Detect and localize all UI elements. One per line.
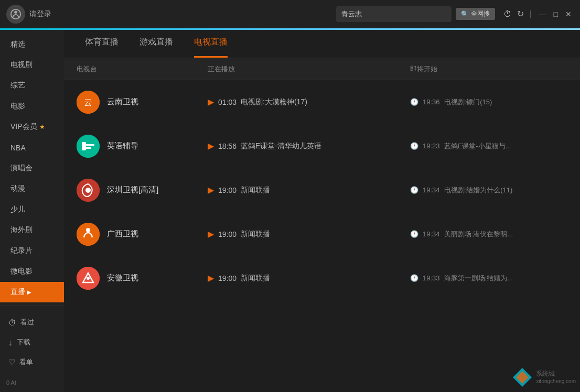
playing-time: 19:00 bbox=[218, 274, 237, 282]
svg-text:云: 云 bbox=[84, 98, 92, 107]
channel-upcoming: 🕐 19:36 电视剧:镖门(15) bbox=[410, 97, 567, 107]
search-button[interactable]: 🔍 全网搜 bbox=[456, 8, 495, 20]
table-row[interactable]: 英语辅导 ▶ 18:56 蓝鸽E课堂-清华幼儿英语 🕐 19:23 蓝鸽E课堂-… bbox=[64, 124, 580, 168]
main-layout: 精选 电视剧 综艺 电影 VIP会员 ★ NBA 演唱会 动漫 少儿 海外剧 bbox=[0, 30, 580, 392]
svg-rect-7 bbox=[85, 147, 91, 149]
svg-point-1 bbox=[14, 10, 17, 13]
playing-title: 新闻联播 bbox=[241, 186, 270, 195]
sidebar-item-label: 精选 bbox=[10, 40, 25, 49]
separator: | bbox=[529, 9, 531, 19]
playing-time: 19:00 bbox=[218, 186, 237, 194]
channel-name: 深圳卫视[高清] bbox=[107, 185, 158, 195]
channel-upcoming: 🕐 19:33 海豚第一剧场:结婚为... bbox=[410, 274, 567, 283]
channel-upcoming: 🕐 19:34 美丽剧场:潜伏在黎明... bbox=[410, 230, 567, 239]
channel-name: 安徽卫视 bbox=[107, 273, 138, 283]
channel-logo-anhui bbox=[77, 267, 100, 290]
download-icon: ↓ bbox=[8, 338, 13, 347]
sidebar-item-haiwaju[interactable]: 海外剧 bbox=[0, 220, 64, 241]
window-controls: — □ ✕ bbox=[537, 10, 574, 18]
sidebar-item-dongman[interactable]: 动漫 bbox=[0, 179, 64, 199]
svg-point-4 bbox=[77, 135, 100, 158]
tab-tv[interactable]: 电视直播 bbox=[194, 30, 228, 58]
search-input[interactable] bbox=[341, 10, 425, 18]
channel-info: 广西卫视 bbox=[77, 223, 208, 246]
sidebar-item-label: 微电影 bbox=[10, 267, 33, 276]
upcoming-title: 蓝鸽E课堂-小星猫与... bbox=[444, 141, 511, 151]
upcoming-time: 19:33 bbox=[423, 274, 440, 282]
minimize-button[interactable]: — bbox=[537, 10, 549, 18]
sidebar-item-nba[interactable]: NBA bbox=[0, 137, 64, 158]
arrow-icon: ▶ bbox=[27, 289, 31, 295]
tab-games[interactable]: 游戏直播 bbox=[139, 30, 173, 58]
sidebar-item-label: NBA bbox=[10, 144, 26, 152]
channel-name: 广西卫视 bbox=[107, 229, 138, 239]
channel-logo-shenzhen bbox=[77, 179, 100, 202]
app-logo bbox=[6, 5, 25, 24]
svg-point-10 bbox=[77, 223, 100, 246]
maximize-button[interactable]: □ bbox=[552, 10, 560, 18]
clock-icon: 🕐 bbox=[410, 142, 418, 150]
sidebar-item-shaor[interactable]: 少儿 bbox=[0, 199, 64, 220]
channel-info: 安徽卫视 bbox=[77, 267, 208, 290]
sidebar: 精选 电视剧 综艺 电影 VIP会员 ★ NBA 演唱会 动漫 少儿 海外剧 bbox=[0, 30, 64, 392]
channel-info: 深圳卫视[高清] bbox=[77, 179, 208, 202]
star-icon: ★ bbox=[39, 123, 45, 130]
clock-icon: 🕐 bbox=[410, 230, 418, 238]
sidebar-item-yanchanghui[interactable]: 演唱会 bbox=[0, 158, 64, 178]
tabs-bar: 体育直播 游戏直播 电视直播 bbox=[64, 30, 580, 58]
channel-name: 云南卫视 bbox=[107, 97, 138, 107]
watermark: 系统城 xitongcheng.com bbox=[512, 367, 576, 388]
watermark-diamond-icon bbox=[512, 367, 533, 388]
sidebar-item-jingxuan[interactable]: 精选 bbox=[0, 34, 64, 55]
table-row[interactable]: 安徽卫视 ▶ 19:00 新闻联播 🕐 19:33 海豚第一剧场:结婚为... bbox=[64, 256, 580, 300]
content-area: 体育直播 游戏直播 电视直播 电视台 正在播放 即将开始 bbox=[64, 30, 580, 392]
sidebar-bottom-label: 看单 bbox=[19, 357, 33, 367]
playing-title: 新闻联播 bbox=[241, 274, 270, 283]
search-bar bbox=[336, 6, 452, 22]
refresh-button[interactable]: ↻ bbox=[517, 9, 524, 19]
title-bar: 请登录 🔍 全网搜 ⏱ ↻ | — □ ✕ bbox=[0, 0, 580, 28]
sidebar-item-dianying[interactable]: 电影 bbox=[0, 96, 64, 116]
sidebar-item-label: 电影 bbox=[10, 102, 25, 111]
sidebar-bottom-label: 看过 bbox=[20, 318, 34, 327]
table-row[interactable]: 广西卫视 ▶ 19:00 新闻联播 🕐 19:34 美丽剧场:潜伏在黎明... bbox=[64, 212, 580, 256]
sidebar-divider bbox=[0, 306, 64, 306]
search-icon: 🔍 bbox=[461, 10, 469, 18]
title-actions: ⏱ ↻ | bbox=[503, 9, 531, 19]
sidebar-item-label: 少儿 bbox=[10, 205, 25, 214]
channel-playing: ▶ 18:56 蓝鸽E课堂-清华幼儿英语 bbox=[208, 141, 410, 151]
sidebar-item-zhibo[interactable]: 直播 ▶ bbox=[0, 282, 64, 302]
sidebar-item-jiludian[interactable]: 纪录片 bbox=[0, 241, 64, 261]
upcoming-time: 19:36 bbox=[423, 98, 440, 106]
close-button[interactable]: ✕ bbox=[563, 10, 574, 18]
play-icon: ▶ bbox=[208, 141, 214, 151]
svg-point-13 bbox=[87, 277, 90, 280]
table-row[interactable]: 云 云南卫视 ▶ 01:03 电视剧:大漠枪神(17) 🕐 19:36 电视剧:… bbox=[64, 80, 580, 124]
table-header: 电视台 正在播放 即将开始 bbox=[64, 58, 580, 80]
upcoming-time: 19:34 bbox=[423, 186, 440, 194]
channel-logo-yingyu bbox=[77, 135, 100, 158]
sidebar-bottom-kandan[interactable]: ♡ 看单 bbox=[0, 352, 64, 372]
tab-sports[interactable]: 体育直播 bbox=[85, 30, 119, 58]
sidebar-item-zongyi[interactable]: 综艺 bbox=[0, 75, 64, 96]
channel-playing: ▶ 19:00 新闻联播 bbox=[208, 229, 410, 239]
sidebar-item-weidianying[interactable]: 微电影 bbox=[0, 261, 64, 281]
upcoming-title: 美丽剧场:潜伏在黎明... bbox=[444, 230, 513, 239]
sidebar-item-label: VIP会员 bbox=[10, 122, 37, 132]
table-row[interactable]: 深圳卫视[高清] ▶ 19:00 新闻联播 🕐 19:34 电视剧:结婚为什么(… bbox=[64, 168, 580, 212]
playing-title: 新闻联播 bbox=[241, 230, 270, 239]
channel-playing: ▶ 01:03 电视剧:大漠枪神(17) bbox=[208, 97, 410, 107]
sidebar-bottom-xiazai[interactable]: ↓ 下载 bbox=[0, 332, 64, 352]
sidebar-item-label: 海外剧 bbox=[10, 225, 33, 235]
login-text[interactable]: 请登录 bbox=[29, 9, 51, 19]
header-channel: 电视台 bbox=[77, 64, 208, 74]
upcoming-time: 19:23 bbox=[423, 142, 440, 150]
playing-time: 19:00 bbox=[218, 230, 237, 238]
sidebar-item-vip[interactable]: VIP会员 ★ bbox=[0, 117, 64, 137]
channel-logo-guangxi bbox=[77, 223, 100, 246]
sidebar-item-dianjushi[interactable]: 电视剧 bbox=[0, 55, 64, 75]
sidebar-bottom-kanguo[interactable]: ⏱ 看过 bbox=[0, 312, 64, 332]
header-upcoming: 即将开始 bbox=[410, 64, 567, 74]
history-button[interactable]: ⏱ bbox=[503, 9, 512, 19]
svg-point-11 bbox=[86, 228, 90, 232]
